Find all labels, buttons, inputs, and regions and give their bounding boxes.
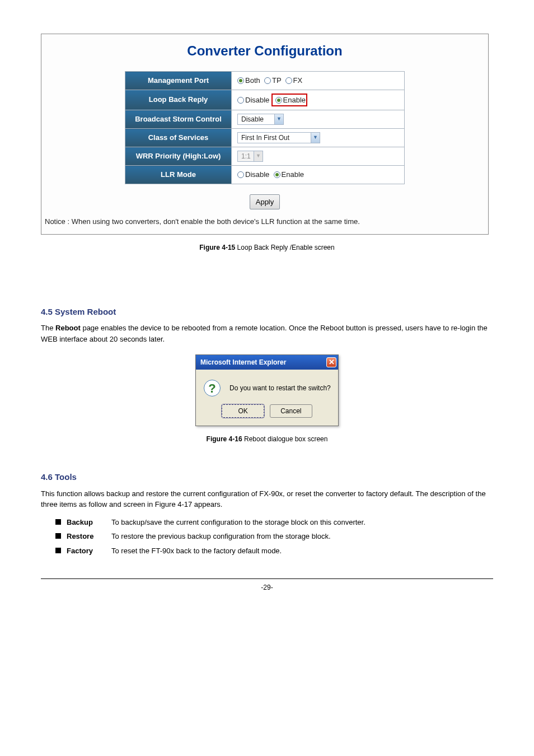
close-icon[interactable]: ✕ — [326, 357, 336, 367]
value-class-of-services: First In First Out ▼ — [232, 129, 405, 147]
chevron-down-icon: ▼ — [274, 114, 283, 124]
value-loop-back-reply: Disable Enable — [232, 90, 405, 110]
heading-tools: 4.6 Tools — [41, 471, 493, 484]
label-llr-mode: LLR Mode — [125, 166, 232, 184]
ok-button[interactable]: OK — [222, 404, 264, 418]
radio-lbr-disable[interactable] — [237, 97, 244, 104]
label-loop-back-reply: Loop Back Reply — [125, 90, 232, 110]
label-wrr-priority: WRR Priority (High:Low) — [125, 147, 232, 166]
label-broadcast-storm: Broadcast Storm Control — [125, 110, 232, 129]
radio-both[interactable] — [237, 77, 244, 84]
list-item: Restore To restore the previous backup c… — [55, 531, 493, 542]
chevron-down-icon: ▼ — [254, 151, 263, 161]
highlight-enable: Enable — [271, 94, 307, 107]
list-item: Factory To reset the FT-90x back to the … — [55, 545, 493, 557]
label-management-port: Management Port — [125, 72, 232, 90]
radio-tp[interactable] — [264, 77, 271, 84]
heading-system-reboot: 4.5 System Reboot — [41, 306, 493, 319]
dialog-message: Do you want to restart the switch? — [229, 383, 331, 393]
config-table: Management Port Both TP FX Loop Back Rep… — [125, 71, 405, 184]
radio-llr-enable[interactable] — [274, 171, 280, 178]
value-llr-mode: Disable Enable — [232, 166, 405, 184]
page-number: -29- — [41, 579, 493, 592]
converter-title: Converter Configuration — [41, 34, 488, 71]
figure-4-15-caption: Figure 4-15 Loop Back Reply /Enable scre… — [41, 242, 493, 253]
value-management-port: Both TP FX — [232, 72, 405, 90]
select-broadcast-storm[interactable]: Disable ▼ — [237, 114, 284, 125]
value-broadcast-storm: Disable ▼ — [232, 110, 405, 129]
dialog-title: Microsoft Internet Explorer — [200, 357, 286, 367]
para-system-reboot: The Reboot page enables the device to be… — [41, 323, 493, 344]
tools-bullet-list: Backup To backup/save the current config… — [55, 517, 493, 557]
apply-button[interactable]: Apply — [250, 194, 280, 210]
bullet-icon — [55, 519, 61, 525]
notice-text: Notice : When using two converters, don'… — [41, 213, 488, 227]
select-class-of-services[interactable]: First In First Out ▼ — [237, 132, 320, 143]
bullet-icon — [55, 533, 61, 539]
converter-config-panel: Converter Configuration Management Port … — [41, 34, 489, 235]
bullet-icon — [55, 548, 61, 553]
radio-lbr-enable[interactable] — [275, 97, 282, 104]
value-wrr-priority: 1:1 ▼ — [232, 147, 405, 166]
select-wrr-priority: 1:1 ▼ — [237, 151, 263, 162]
radio-fx[interactable] — [285, 77, 292, 84]
para-tools: This function allows backup and restore … — [41, 488, 493, 510]
figure-4-16-caption: Figure 4-16 Reboot dialogue box screen — [41, 434, 493, 444]
question-icon: ? — [204, 380, 221, 396]
label-class-of-services: Class of Services — [125, 129, 232, 147]
chevron-down-icon: ▼ — [311, 133, 320, 143]
cancel-button[interactable]: Cancel — [270, 404, 312, 418]
reboot-dialog: Microsoft Internet Explorer ✕ ? Do you w… — [195, 354, 339, 426]
dialog-titlebar: Microsoft Internet Explorer ✕ — [196, 355, 338, 370]
radio-llr-disable[interactable] — [237, 171, 244, 178]
list-item: Backup To backup/save the current config… — [55, 517, 493, 528]
